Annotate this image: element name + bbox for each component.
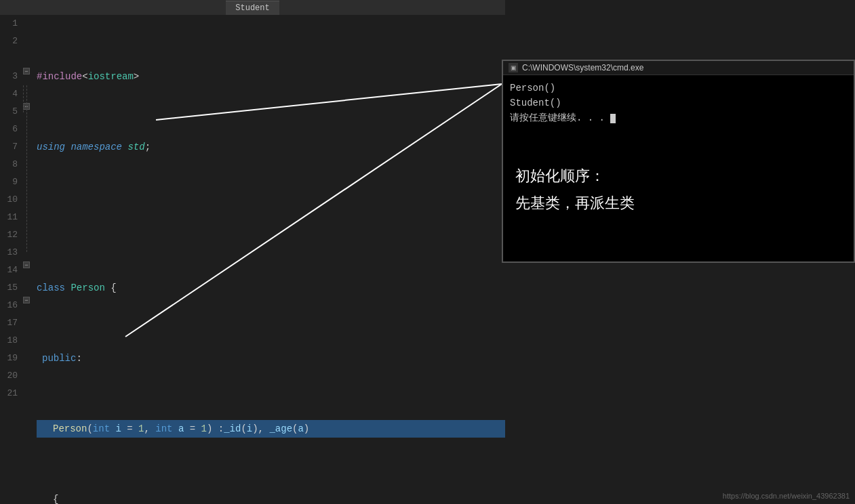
fold-student-ctor[interactable]: − [23,297,30,303]
fold-student[interactable]: − [23,261,30,268]
tab-student[interactable]: Student [226,1,279,15]
cmd-line-2: Student() [510,96,847,110]
cmd-line-1: Person() [510,81,847,96]
cmd-window: ▣ C:\WINDOWS\system32\cmd.exe Person() S… [502,60,855,263]
code-container: 1 2 3 4 5 6 7 8 9 10 11 12 13 14 15 16 1… [0,15,505,504]
code-lines: #include<iostream> using namespace std; … [31,15,505,504]
cmd-content: Person() Student() 请按任意键继续. . . [503,75,854,131]
editor-area: Student 1 2 3 4 5 6 7 8 9 10 11 12 13 14… [0,0,505,504]
cmd-title: C:\WINDOWS\system32\cmd.exe [522,63,643,72]
fold-person[interactable]: − [23,68,30,75]
cmd-cursor [610,114,616,123]
cmd-titlebar: ▣ C:\WINDOWS\system32\cmd.exe [503,61,854,75]
cmd-icon: ▣ [509,63,518,72]
annotation-box: 初始化顺序： 先基类，再派生类 [515,163,841,217]
gutter: − − − − [22,15,31,504]
line-numbers: 1 2 3 4 5 6 7 8 9 10 11 12 13 14 15 16 1… [0,15,22,504]
annotation-body: 先基类，再派生类 [515,190,841,217]
annotation-title: 初始化顺序： [515,163,841,190]
csdn-watermark: https://blog.csdn.net/weixin_43962381 [723,492,850,500]
cmd-line-3: 请按任意键继续. . . [510,110,847,125]
tab-bar[interactable]: Student [0,0,505,15]
